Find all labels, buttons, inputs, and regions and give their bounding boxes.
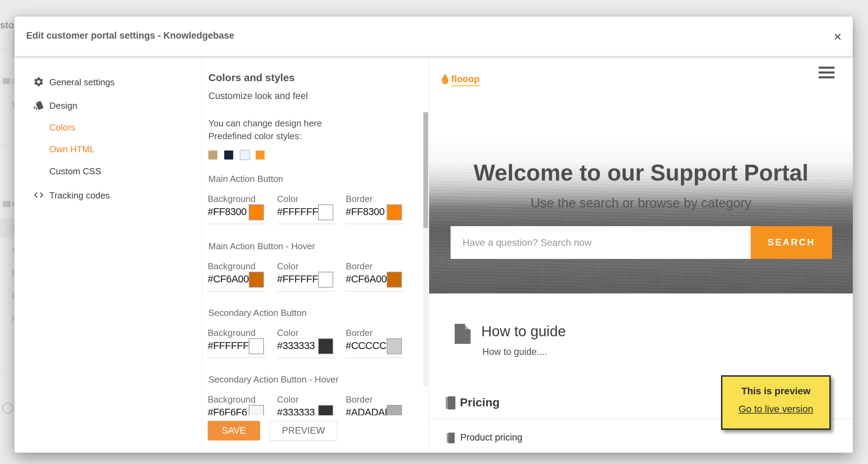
sidebar-item-label: Design xyxy=(49,100,77,111)
predefined-style-swatch[interactable] xyxy=(208,151,217,160)
hamburger-menu-icon[interactable] xyxy=(819,67,835,80)
color-swatch[interactable] xyxy=(387,338,402,354)
color-field-border[interactable]: Border #ADADAD xyxy=(346,394,404,415)
category-title[interactable]: Pricing xyxy=(460,396,500,409)
sidebar-item-tracking-codes[interactable]: Tracking codes xyxy=(14,186,201,205)
section-title: Secondary Action Button - Hover xyxy=(208,374,338,385)
section-title: Main Action Button xyxy=(208,174,283,184)
sidebar-item-label: Custom CSS xyxy=(49,166,101,177)
backdrop-divider xyxy=(853,204,868,204)
color-swatch[interactable] xyxy=(318,405,333,415)
color-field-background[interactable]: Background #FF8300 xyxy=(208,194,266,242)
sidebar-item-label: Colors xyxy=(49,122,75,133)
color-swatch[interactable] xyxy=(318,272,333,288)
sidebar-item-own-html[interactable]: Own HTML xyxy=(14,140,201,158)
color-swatch[interactable] xyxy=(249,405,264,415)
brand-logo[interactable]: flooop xyxy=(441,73,449,87)
backdrop-divider xyxy=(0,145,15,145)
water-drop-icon xyxy=(441,73,449,86)
search-bar: SEARCH xyxy=(451,226,832,259)
color-field-color[interactable]: Color #FFFFFF xyxy=(277,194,335,242)
color-field-color[interactable]: Color #FFFFFF xyxy=(277,261,335,309)
predefined-style-swatch[interactable] xyxy=(240,150,250,160)
backdrop-icon xyxy=(3,78,10,84)
settings-subheading: Customize look and feel xyxy=(208,91,308,102)
field-underline xyxy=(208,358,266,358)
gear-icon xyxy=(33,76,44,87)
article-link[interactable]: Product pricing xyxy=(460,432,522,443)
category-description: How to guide.... xyxy=(482,347,547,357)
hex-value-input[interactable]: #FF8300 xyxy=(208,206,247,218)
brand-name: flooop xyxy=(451,74,480,86)
go-to-live-version-link[interactable]: Go to live version xyxy=(722,404,829,415)
settings-scroll-area[interactable]: Colors and styles Customize look and fee… xyxy=(202,56,423,415)
settings-heading: Colors and styles xyxy=(208,72,295,84)
field-label: Border xyxy=(346,328,373,338)
section-title: Main Action Button - Hover xyxy=(208,241,315,252)
field-label: Border xyxy=(346,261,373,272)
hex-value-input[interactable]: #FFFFFF xyxy=(208,340,249,351)
backdrop-divider xyxy=(0,48,15,49)
color-field-color[interactable]: Color #333333 xyxy=(277,328,335,376)
color-field-background[interactable]: Background #CF6A00 xyxy=(208,261,266,309)
hex-value-input[interactable]: #FF8300 xyxy=(346,206,385,218)
code-icon xyxy=(33,190,44,201)
search-button[interactable]: SEARCH xyxy=(751,226,832,259)
settings-hint: Predefined color styles: xyxy=(208,131,302,142)
field-underline xyxy=(277,358,335,358)
hex-value-input[interactable]: #333333 xyxy=(277,340,315,351)
color-field-background[interactable]: Background #FFFFFF xyxy=(208,328,266,376)
scrollbar[interactable] xyxy=(423,112,428,387)
color-swatch[interactable] xyxy=(318,204,333,220)
style-icon xyxy=(33,100,44,111)
hex-value-input[interactable]: #F6F6F6 xyxy=(208,407,247,415)
sidebar-item-general-settings[interactable]: General settings xyxy=(14,73,201,91)
hex-value-input[interactable]: #333333 xyxy=(277,407,315,415)
color-swatch[interactable] xyxy=(249,204,264,220)
backdrop-icon xyxy=(2,403,13,414)
tooltip-text: This is preview xyxy=(722,386,829,397)
hex-value-input[interactable]: #CF6A00 xyxy=(208,273,249,285)
sidebar-item-label: General settings xyxy=(49,77,115,88)
field-label: Background xyxy=(208,261,256,272)
panel-divider xyxy=(429,56,429,453)
sidebar-item-label: Tracking codes xyxy=(49,190,110,201)
predefined-style-swatch[interactable] xyxy=(224,151,233,160)
hero-title: Welcome to our Support Portal xyxy=(429,160,853,186)
color-field-background[interactable]: Background #F6F6F6 xyxy=(208,394,266,415)
hex-value-input[interactable]: #CF6A00 xyxy=(346,273,387,285)
field-label: Border xyxy=(346,394,373,405)
search-input[interactable] xyxy=(451,226,751,259)
hex-value-input[interactable]: #FFFFFF xyxy=(277,206,318,218)
color-field-border[interactable]: Border #CF6A00 xyxy=(346,261,404,309)
backdrop-icon xyxy=(3,201,10,207)
hero-section: flooop Welcome to our Support Portal Use… xyxy=(429,56,853,293)
color-swatch[interactable] xyxy=(387,272,402,288)
color-field-color[interactable]: Color #333333 xyxy=(277,394,335,415)
hex-value-input[interactable]: #ADADAD xyxy=(346,407,392,415)
save-button[interactable]: SAVE xyxy=(208,421,260,441)
preview-tooltip: This is preview Go to live version xyxy=(721,375,831,430)
color-swatch[interactable] xyxy=(387,204,402,220)
color-swatch[interactable] xyxy=(387,405,402,415)
hex-value-input[interactable]: #CCCCCC xyxy=(346,340,393,351)
predefined-style-swatch[interactable] xyxy=(256,151,265,160)
close-icon[interactable]: × xyxy=(829,28,847,46)
hex-value-input[interactable]: #FFFFFF xyxy=(277,273,318,285)
book-icon xyxy=(447,433,455,443)
field-label: Color xyxy=(277,394,298,405)
preview-button[interactable]: PREVIEW xyxy=(269,421,337,441)
scrollbar-thumb[interactable] xyxy=(423,112,428,228)
sidebar-item-custom-css[interactable]: Custom CSS xyxy=(14,162,201,181)
color-swatch[interactable] xyxy=(249,338,264,354)
sidebar-item-design[interactable]: Design xyxy=(14,96,201,115)
color-field-border[interactable]: Border #CCCCCC xyxy=(346,328,404,376)
color-swatch[interactable] xyxy=(249,272,264,288)
field-label: Border xyxy=(346,194,373,204)
color-swatch[interactable] xyxy=(318,338,333,354)
sidebar-item-colors[interactable]: Colors xyxy=(14,118,201,137)
field-label: Background xyxy=(208,394,256,405)
category-title[interactable]: How to guide xyxy=(481,323,566,340)
field-underline xyxy=(277,224,335,224)
color-field-border[interactable]: Border #FF8300 xyxy=(346,194,404,242)
